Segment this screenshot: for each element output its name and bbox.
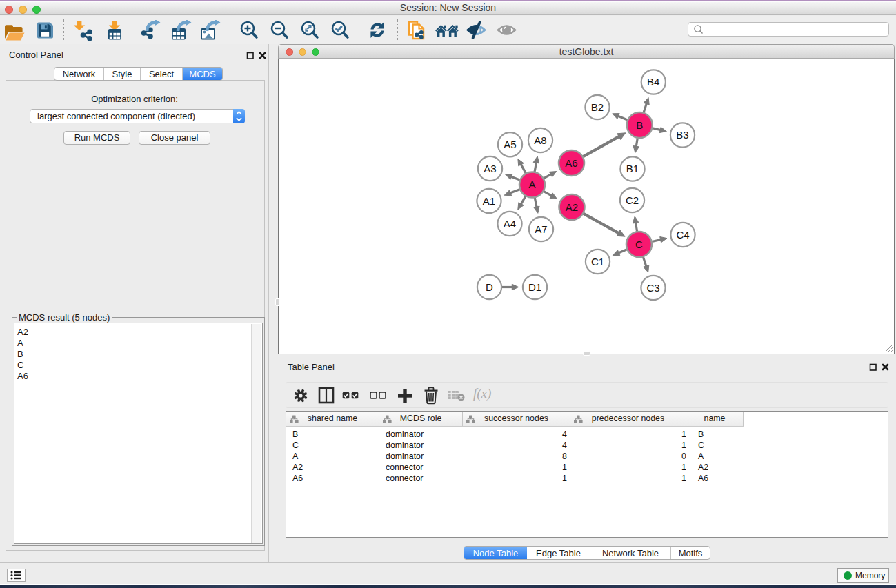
svg-text:A6: A6: [565, 157, 577, 169]
svg-text:A4: A4: [504, 218, 516, 230]
svg-text:A7: A7: [535, 223, 547, 235]
svg-text:C1: C1: [591, 256, 604, 267]
svg-text:D: D: [486, 281, 493, 293]
svg-text:A5: A5: [504, 139, 516, 150]
svg-text:C3: C3: [646, 282, 659, 294]
svg-text:B4: B4: [647, 76, 659, 88]
svg-text:C2: C2: [626, 194, 639, 206]
svg-text:C4: C4: [676, 229, 689, 241]
svg-text:A1: A1: [483, 195, 495, 207]
svg-text:B1: B1: [626, 163, 639, 174]
svg-text:A2: A2: [566, 201, 578, 213]
svg-text:D1: D1: [528, 281, 541, 293]
svg-text:B2: B2: [591, 101, 604, 113]
svg-text:B: B: [636, 119, 643, 131]
svg-text:A3: A3: [484, 163, 496, 174]
svg-text:B3: B3: [676, 129, 688, 141]
svg-text:C: C: [635, 239, 643, 250]
svg-text:A8: A8: [534, 134, 546, 146]
svg-text:A: A: [528, 179, 535, 190]
